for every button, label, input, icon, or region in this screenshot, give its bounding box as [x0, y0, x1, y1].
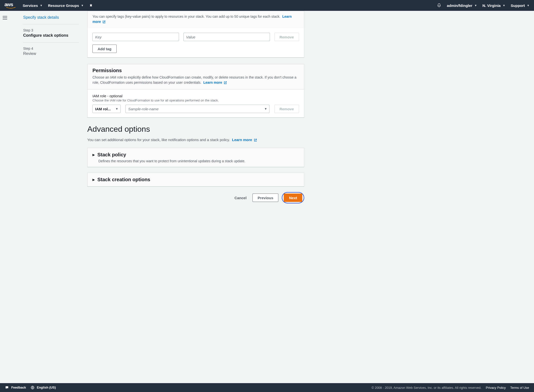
support-label: Support	[511, 3, 525, 8]
step-title: Specify stack details	[23, 15, 79, 20]
next-button[interactable]: Next	[284, 194, 302, 202]
tag-value-input[interactable]	[183, 33, 270, 41]
wizard-nav: Specify stack details Step 3 Configure s…	[11, 11, 85, 226]
previous-button[interactable]: Previous	[252, 194, 278, 202]
advanced-options-sub: You can set additional options for your …	[87, 138, 304, 142]
tags-description: You can specify tags (key-value pairs) t…	[92, 14, 299, 24]
add-tag-button[interactable]: Add tag	[92, 45, 117, 53]
caret-down-icon: ▼	[115, 107, 118, 111]
caret-down-icon: ▼	[503, 4, 505, 7]
external-link-icon	[102, 20, 106, 24]
tags-body: Remove Add tag	[88, 28, 304, 57]
user-menu[interactable]: admin/fdingler ▼	[447, 3, 477, 8]
step-num: Step 3	[23, 28, 79, 32]
tags-desc-text: You can specify tags (key-value pairs) t…	[92, 15, 280, 18]
pin-button[interactable]	[89, 3, 93, 7]
permissions-body: IAM role - optional Choose the IAM role …	[88, 89, 304, 117]
stack-policy-title: Stack policy	[97, 152, 126, 158]
iam-role-remove-button[interactable]: Remove	[274, 105, 299, 113]
stack-creation-options-title: Stack creation options	[97, 177, 150, 182]
services-label: Services	[23, 3, 38, 8]
step-title: Review	[23, 51, 79, 56]
annotation-circle: Next	[282, 192, 304, 203]
caret-down-icon: ▼	[40, 4, 43, 7]
learn-more-text: Learn more	[203, 81, 222, 84]
step-num: Step 4	[23, 47, 79, 50]
aws-smile-icon	[4, 7, 17, 9]
pin-icon	[89, 3, 93, 7]
caret-down-icon: ▼	[81, 4, 84, 7]
services-menu[interactable]: Services ▼	[23, 3, 43, 8]
resource-groups-menu[interactable]: Resource Groups ▼	[48, 3, 84, 8]
region-menu[interactable]: N. Virginia ▼	[482, 3, 505, 8]
caret-down-icon: ▼	[527, 4, 530, 7]
caret-down-icon: ▼	[474, 4, 477, 7]
permissions-title: Permissions	[92, 68, 299, 73]
external-link-icon	[254, 138, 257, 142]
stack-policy-desc: Defines the resources that you want to p…	[98, 159, 299, 163]
sidebar-toggle[interactable]	[1, 14, 8, 21]
tag-row: Remove	[92, 33, 299, 41]
advanced-learn-more-link[interactable]: Learn more	[232, 138, 257, 142]
step-title: Configure stack options	[23, 33, 79, 38]
triangle-right-icon: ▶	[92, 178, 95, 181]
advanced-options-title: Advanced options	[87, 125, 304, 134]
main-content: You can specify tags (key-value pairs) t…	[85, 11, 314, 226]
permissions-panel: Permissions Choose an IAM role to explic…	[87, 64, 304, 118]
aws-logo[interactable]: aws	[4, 2, 17, 9]
wizard-step-2[interactable]: Specify stack details	[23, 11, 79, 24]
bell-icon	[437, 3, 442, 8]
permissions-description: Choose an IAM role to explicitly define …	[92, 75, 299, 85]
top-nav: aws Services ▼ Resource Groups ▼ admin/f…	[0, 0, 534, 11]
permissions-desc-text: Choose an IAM role to explicitly define …	[92, 75, 296, 84]
iam-role-hint: Choose the IAM role for CloudFormation t…	[92, 98, 299, 102]
selector-text: IAM rol...	[95, 107, 111, 111]
tag-key-input[interactable]	[92, 33, 179, 41]
resource-groups-label: Resource Groups	[48, 3, 79, 8]
stack-creation-options-expander[interactable]: ▶ Stack creation options	[87, 173, 304, 187]
caret-down-icon: ▼	[264, 107, 267, 111]
wizard-step-3: Step 3 Configure stack options	[23, 24, 79, 42]
tags-panel: You can specify tags (key-value pairs) t…	[87, 11, 304, 58]
wizard-step-4: Step 4 Review	[23, 43, 79, 60]
notifications-button[interactable]	[437, 3, 442, 8]
permissions-learn-more-link[interactable]: Learn more	[203, 81, 227, 84]
iam-role-type-select[interactable]: IAM rol... ▼	[92, 105, 121, 113]
stack-policy-expander[interactable]: ▶ Stack policy Defines the resources tha…	[87, 148, 304, 167]
wizard-actions: Cancel Previous Next	[87, 192, 304, 203]
cancel-button[interactable]: Cancel	[234, 196, 247, 200]
support-menu[interactable]: Support ▼	[511, 3, 530, 8]
iam-role-label: IAM role - optional	[92, 94, 299, 98]
role-name-placeholder: Sample-role-name	[128, 107, 159, 111]
triangle-right-icon: ▶	[92, 153, 95, 157]
advanced-sub-text: You can set additional options for your …	[87, 138, 230, 142]
external-link-icon	[224, 81, 227, 84]
learn-more-text: Learn more	[232, 138, 252, 142]
user-label: admin/fdingler	[447, 3, 472, 8]
region-label: N. Virginia	[482, 3, 501, 8]
iam-role-name-select[interactable]: Sample-role-name ▼	[125, 105, 269, 113]
tag-remove-button[interactable]: Remove	[274, 33, 299, 41]
